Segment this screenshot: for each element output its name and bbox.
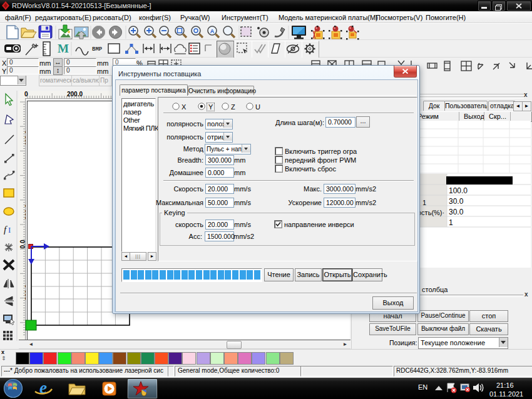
svg-text:f: f — [4, 225, 8, 235]
svg-text:I: I — [8, 225, 11, 235]
svg-text:A: A — [210, 28, 215, 34]
svg-text:M: M — [58, 42, 69, 55]
svg-text:BMP: BMP — [92, 46, 103, 53]
